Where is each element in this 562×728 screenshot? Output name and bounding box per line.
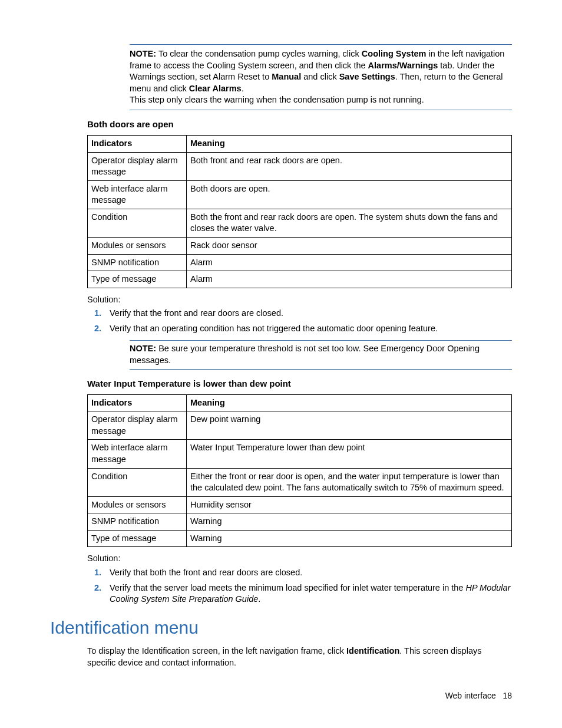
solution-label-1: Solution: <box>87 294 512 306</box>
list-item: Verify that an operating condition has n… <box>104 323 512 335</box>
th-indicators: Indicators <box>88 394 187 411</box>
th-indicators: Indicators <box>88 136 187 153</box>
th-meaning: Meaning <box>187 136 512 153</box>
solution-steps-2: Verify that both the front and rear door… <box>87 567 512 605</box>
table-row: Modules or sensorsHumidity sensor <box>88 496 512 513</box>
note-text: and click <box>301 72 339 81</box>
bold-text: Alarms/Warnings <box>368 61 438 70</box>
page-footer: Web interface 18 <box>445 690 512 701</box>
table-row: ConditionEither the front or rear door i… <box>88 468 512 496</box>
solution-label-2: Solution: <box>87 553 512 565</box>
bold-text: Identification <box>346 646 399 655</box>
bold-text: Clear Alarms <box>189 84 242 93</box>
table-row: Type of messageAlarm <box>88 271 512 288</box>
footer-page: 18 <box>503 691 512 700</box>
note-text: Be sure your temperature threshold is no… <box>130 344 480 365</box>
note-label: NOTE: <box>130 344 156 353</box>
solution-steps-1: Verify that the front and rear doors are… <box>87 308 512 334</box>
table-water-input: Indicators Meaning Operator display alar… <box>87 394 512 548</box>
bold-text: Save Settings <box>339 72 395 81</box>
note-text: . <box>242 84 244 93</box>
list-item: Verify that the front and rear doors are… <box>104 308 512 319</box>
table-row: ConditionBoth the front and rear rack do… <box>88 209 512 237</box>
table-header-row: Indicators Meaning <box>88 394 512 411</box>
table-both-doors: Indicators Meaning Operator display alar… <box>87 135 512 288</box>
table-row: Modules or sensorsRack door sensor <box>88 238 512 255</box>
section-title-1: Both doors are open <box>87 118 512 130</box>
th-meaning: Meaning <box>187 394 512 411</box>
list-item: Verify that both the front and rear door… <box>104 567 512 579</box>
note-line2: This step only clears the warning when t… <box>130 94 512 106</box>
table-row: Type of messageWarning <box>88 530 512 547</box>
footer-label: Web interface <box>445 691 496 700</box>
table-row: Operator display alarm messageBoth front… <box>88 152 512 180</box>
bold-text: Manual <box>272 72 301 81</box>
table-header-row: Indicators Meaning <box>88 136 512 153</box>
table-row: SNMP notificationAlarm <box>88 254 512 271</box>
note-box-2: NOTE: Be sure your temperature threshold… <box>130 340 512 369</box>
page-heading: Identification menu <box>50 616 512 640</box>
bold-text: Cooling System <box>362 49 427 58</box>
table-row: SNMP notificationWarning <box>88 513 512 531</box>
list-item: Verify that the server load meets the mi… <box>104 582 512 605</box>
note-box-1: NOTE: To clear the condensation pump cyc… <box>130 44 512 110</box>
note-text: To clear the condensation pump cycles wa… <box>158 49 362 58</box>
body-paragraph: To display the Identification screen, in… <box>87 645 512 668</box>
note-label: NOTE: <box>130 49 156 58</box>
table-row: Web interface alarm messageWater Input T… <box>88 440 512 468</box>
section-title-2: Water Input Temperature is lower than de… <box>87 378 512 390</box>
table-row: Operator display alarm messageDew point … <box>88 411 512 440</box>
table-row: Web interface alarm messageBoth doors ar… <box>88 180 512 209</box>
